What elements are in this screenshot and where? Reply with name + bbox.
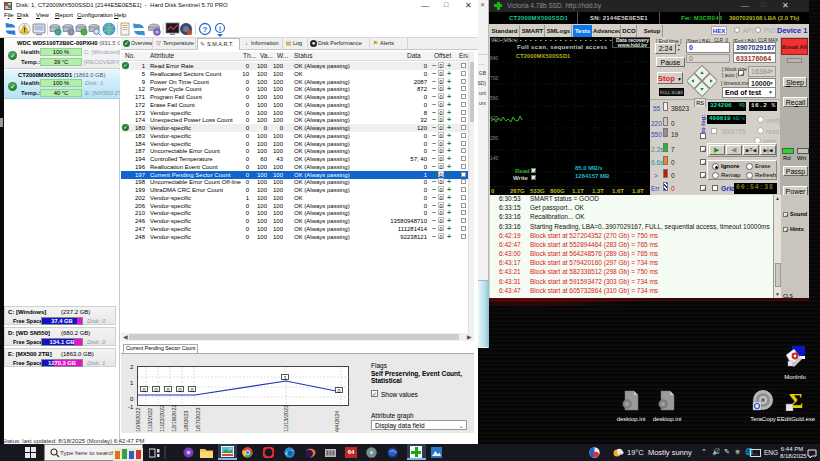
svg-text:i: i [219, 25, 221, 32]
svg-text:?: ? [203, 25, 208, 34]
svg-text:to log:: to log: [700, 115, 706, 133]
